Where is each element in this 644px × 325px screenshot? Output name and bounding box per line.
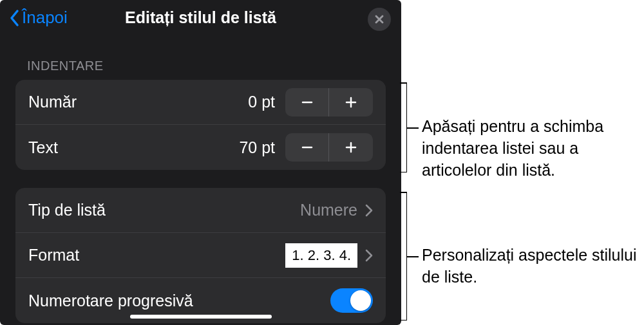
list-style-group: Tip de listă Numere Format 1. 2. 3. 4. N… <box>15 188 386 323</box>
number-label: Număr <box>28 93 248 111</box>
text-indent-row: Text 70 pt <box>15 125 386 170</box>
number-value: 0 pt <box>248 93 275 111</box>
toggle-knob <box>350 290 371 311</box>
plus-icon <box>345 141 357 154</box>
list-type-value: Numere <box>300 201 357 219</box>
text-stepper <box>285 133 373 162</box>
minus-icon <box>301 96 314 109</box>
text-increment-button[interactable] <box>329 133 373 162</box>
chevron-right-icon <box>365 249 373 262</box>
plus-icon <box>345 96 357 109</box>
callout-text-1: Apăsați pentru a schimba indentarea list… <box>422 116 641 181</box>
close-icon <box>374 14 384 24</box>
number-increment-button[interactable] <box>329 88 373 116</box>
number-stepper <box>285 88 373 116</box>
panel-title: Editați stilul de listă <box>125 8 276 27</box>
progressive-label: Numerotare progresivă <box>28 292 330 310</box>
chevron-right-icon <box>365 204 373 217</box>
callout-line-1 <box>407 127 419 129</box>
minus-icon <box>301 141 314 154</box>
format-preview: 1. 2. 3. 4. <box>285 243 357 268</box>
text-decrement-button[interactable] <box>285 133 329 162</box>
list-type-label: Tip de listă <box>28 201 300 219</box>
home-indicator <box>130 315 272 319</box>
text-label: Text <box>28 138 239 157</box>
number-indent-row: Număr 0 pt <box>15 80 386 125</box>
chevron-left-icon <box>9 9 21 27</box>
format-row[interactable]: Format 1. 2. 3. 4. <box>15 233 386 278</box>
close-button[interactable] <box>368 8 391 31</box>
text-value: 70 pt <box>239 138 275 157</box>
progressive-toggle[interactable] <box>330 288 373 313</box>
section-label-indent: INDENTARE <box>0 35 401 80</box>
annotations: Apăsați pentru a schimba indentarea list… <box>401 0 644 325</box>
settings-panel: Înapoi Editați stilul de listă INDENTARE… <box>0 0 401 325</box>
indent-group: Număr 0 pt Text 70 pt <box>15 80 386 170</box>
number-decrement-button[interactable] <box>285 88 329 116</box>
callout-line-2 <box>407 256 419 257</box>
back-button[interactable]: Înapoi <box>9 8 68 28</box>
list-type-row[interactable]: Tip de listă Numere <box>15 188 386 233</box>
format-label: Format <box>28 246 285 265</box>
callout-text-2: Personalizați aspectele stilului de list… <box>422 245 641 288</box>
back-label: Înapoi <box>22 8 68 28</box>
panel-header: Înapoi Editați stilul de listă <box>0 0 401 35</box>
